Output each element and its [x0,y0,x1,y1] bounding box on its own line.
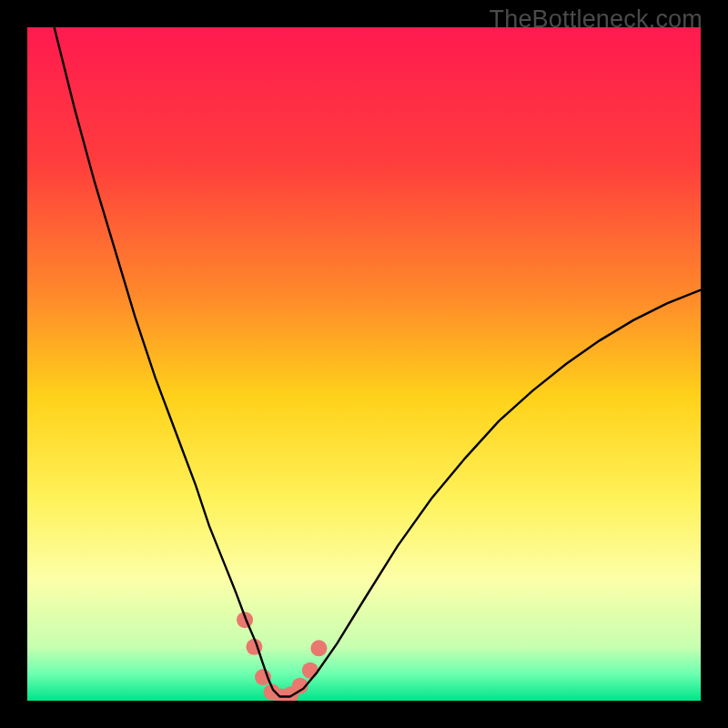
watermark-text: TheBottleneck.com [489,5,703,34]
marker-dot [302,662,318,679]
chart-svg [27,27,701,701]
marker-dot [310,640,327,656]
chart-outer-frame: TheBottleneck.com [0,0,728,728]
plot-area [27,27,701,701]
